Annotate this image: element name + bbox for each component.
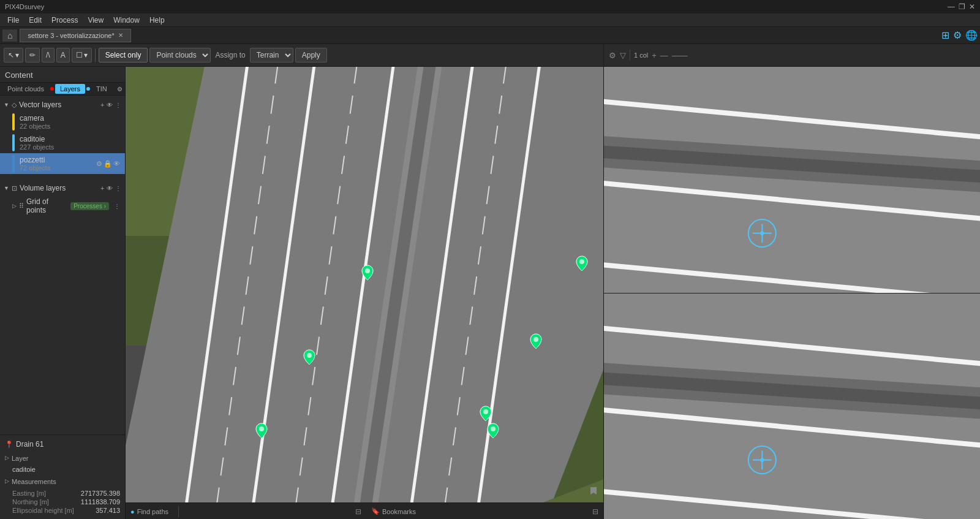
bottom-compress-icon[interactable]: ⊟ [355,507,361,516]
more-volume-icon[interactable]: ⋮ [115,185,121,192]
text-btn[interactable]: A [56,48,70,63]
find-paths-item[interactable]: ● Find paths [130,508,168,515]
marker-8[interactable] [303,349,316,366]
processes-label: Processes › [74,203,106,210]
tab-tin[interactable]: TIN [91,84,112,94]
funnel-icon[interactable]: ▽ [620,51,626,60]
shape-icon: ☐ [76,51,83,59]
tab-layers[interactable]: Layers [55,84,85,94]
menu-file[interactable]: File [2,13,24,26]
main-content: Content Point clouds Layers TIN ⚙ ▼ ◇ Ve… [0,67,980,519]
grid-expand-icon: ▷ [12,203,17,209]
tab-close-btn[interactable]: ✕ [118,32,123,39]
point-clouds-select[interactable]: Point clouds [149,48,211,63]
grid-of-points-item[interactable]: ▷ ⠿ Grid of points Processes › ⋮ [0,195,125,217]
measurements-title: Measurements [12,478,56,485]
caditoie-layer-count: 227 objects [20,143,120,151]
processes-badge[interactable]: Processes › [70,202,109,210]
select-only-button[interactable]: Select only [99,48,148,63]
line-thickness-icon[interactable]: —— [672,51,688,60]
bookmarks-item[interactable]: 🔖 Bookmarks [371,507,416,515]
volume-layers-header[interactable]: ▼ ⊡ Volume layers + 👁 ⋮ [0,181,125,195]
marker-3[interactable] [361,264,374,281]
remove-col-icon[interactable]: — [660,51,668,60]
marker-4[interactable] [529,333,543,350]
grid-dots-icon: ⠿ [19,202,24,210]
add-vector-icon[interactable]: + [100,102,104,108]
more-vector-icon[interactable]: ⋮ [115,102,121,108]
menu-process[interactable]: Process [47,13,83,26]
caditoie-layer-name: caditoie [20,135,120,143]
camera-layer-name: camera [20,114,120,123]
assign-label: Assign to [215,51,245,59]
toolbar-container: ↖ ▾ ✏ /\ A ☐ ▾ Select only Point clouds … [0,44,980,67]
bottom-bar: ● Find paths ⊟ 🔖 Bookmarks ⊟ [126,502,603,519]
terrain-select[interactable]: Terrain [250,48,293,63]
map-view[interactable] [126,67,603,502]
marker-7[interactable] [486,422,500,439]
layer-item-caditoie[interactable]: caditoie 227 objects [0,132,125,153]
marker-2[interactable] [575,255,589,272]
expand-icon2: ▷ [5,478,9,484]
draw-btn[interactable]: ✏ [25,48,40,63]
bottom-right-controls2: ⊟ [592,507,598,516]
bookmark-map-icon[interactable] [589,486,598,498]
volume-layers-section: ▼ ⊡ Volume layers + 👁 ⋮ ▷ ⠿ Grid of poin… [0,176,125,219]
select-only-label: Select only [105,51,141,59]
pozzetti-settings-icon[interactable]: ⚙ [96,160,102,168]
eye-volume-icon[interactable]: 👁 [107,185,113,192]
bookmark-icon: 🔖 [371,507,380,515]
grid-icon[interactable]: ⊞ [941,29,949,41]
aerial-view-svg [126,67,603,502]
find-paths-label: Find paths [137,508,168,515]
marker-6[interactable] [479,405,492,422]
right-top-view[interactable] [604,67,980,294]
bottom-expand-icon[interactable]: ⊟ [592,507,598,516]
eye-vector-icon[interactable]: 👁 [107,102,113,108]
globe-icon[interactable]: 🌐 [965,29,978,41]
marker-9[interactable] [255,422,268,439]
bookmarks-label: Bookmarks [382,508,416,515]
text-icon: A [61,51,66,59]
home-button[interactable]: ⌂ [2,29,17,42]
svg-point-22 [483,409,488,414]
svg-point-19 [365,268,370,273]
apply-button[interactable]: Apply [295,48,327,63]
pozzetti-lock-icon[interactable]: 🔒 [104,160,112,168]
line-btn[interactable]: /\ [42,48,55,63]
shape-btn[interactable]: ☐ ▾ [72,48,92,63]
menu-view[interactable]: View [83,13,108,26]
settings-icon[interactable]: ⚙ [953,29,962,41]
sidebar-settings-icon[interactable]: ⚙ [117,86,123,93]
add-col-icon[interactable]: + [652,51,657,60]
item-label: Drain 61 [16,440,43,449]
add-volume-icon[interactable]: + [100,185,104,192]
close-btn[interactable]: ✕ [969,2,975,11]
bottom-right-controls: ⊟ [355,507,361,516]
line-icon: /\ [46,51,50,59]
active-tab[interactable]: settore 3 - vettorializzazione* ✕ [20,29,130,42]
menu-edit[interactable]: Edit [24,13,47,26]
vector-layers-header[interactable]: ▼ ◇ Vector layers + 👁 ⋮ [0,98,125,112]
dropdown-arrow: ▾ [15,51,19,59]
filter-settings-icon[interactable]: ⚙ [609,51,616,60]
pencil-icon: ✏ [29,51,36,59]
svg-point-23 [491,426,496,431]
layer-item-camera[interactable]: camera 22 objects [0,112,125,132]
layer-item-pozzetti[interactable]: pozzetti 72 objects ⚙ 🔒 👁 [0,153,125,174]
app-title: PIX4Dsurvey [5,3,44,10]
window-controls[interactable]: — ❐ ✕ [948,2,975,11]
maximize-btn[interactable]: ❐ [959,2,965,11]
svg-point-18 [579,259,584,264]
easting-label: Easting [m] [12,490,46,497]
menu-help[interactable]: Help [145,13,170,26]
svg-point-24 [307,353,312,358]
menu-window[interactable]: Window [108,13,145,26]
minimize-btn[interactable]: — [948,2,955,11]
tab-point-clouds[interactable]: Point clouds [2,84,49,94]
grid-more-icon[interactable]: ⋮ [114,203,120,210]
easting-row: Easting [m] 2717375.398 [12,489,120,498]
pozzetti-eye-icon[interactable]: 👁 [113,160,120,168]
select-tool-btn[interactable]: ↖ ▾ [4,48,23,63]
right-bottom-view[interactable] [604,294,980,519]
